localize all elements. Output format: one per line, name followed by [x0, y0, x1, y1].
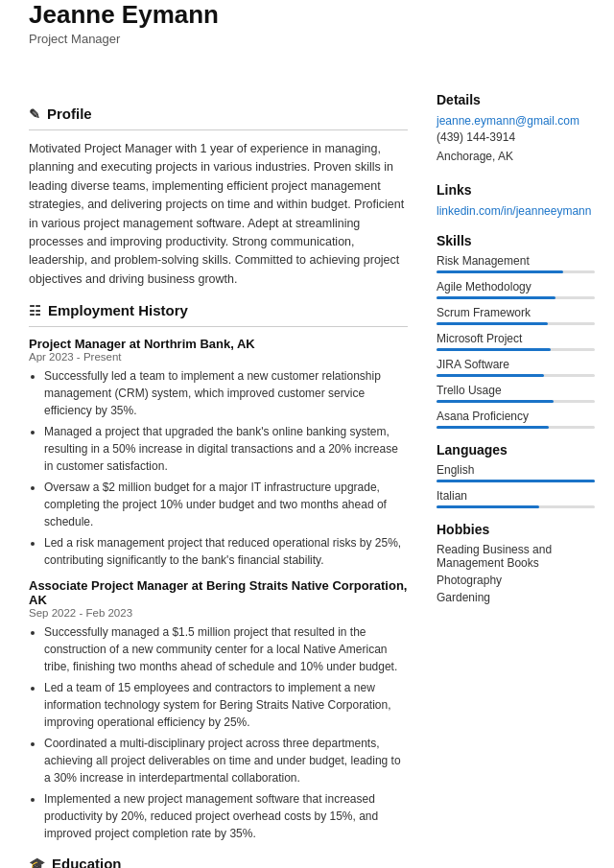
hobby-item: Gardening: [437, 591, 595, 604]
profile-divider: [29, 129, 408, 130]
job-bullets: Successfully managed a $1.5 million proj…: [29, 623, 408, 842]
skill-item: Asana Proficiency: [437, 410, 595, 429]
page-body: ✎ Profile Motivated Project Manager with…: [0, 63, 614, 868]
education-section-title: 🎓 Education: [29, 856, 408, 868]
skills-list: Risk Management Agile Methodology Scrum …: [437, 254, 595, 429]
education-label: Education: [52, 856, 122, 868]
profile-icon: ✎: [29, 106, 40, 122]
skill-label: Risk Management: [437, 254, 595, 268]
skill-bar-fill: [437, 348, 551, 351]
language-item: Italian: [437, 489, 595, 508]
skill-item: Microsoft Project: [437, 332, 595, 351]
job-title: Associate Project Manager at Bering Stra…: [29, 578, 408, 607]
email-link[interactable]: jeanne.eymann@gmail.com: [437, 114, 579, 128]
skill-bar-bg: [437, 270, 595, 273]
employment-section-title: ☷ Employment History: [29, 302, 408, 318]
hobbies-title: Hobbies: [437, 522, 595, 537]
skill-bar-fill: [437, 296, 555, 299]
bullet-item: Led a risk management project that reduc…: [44, 534, 408, 569]
hobby-item: Photography: [437, 574, 595, 587]
language-bar-bg: [437, 480, 595, 482]
profile-text: Motivated Project Manager with 1 year of…: [29, 140, 408, 289]
language-bar-fill: [437, 480, 595, 482]
language-bar-fill: [437, 505, 539, 508]
job-date: Sep 2022 - Feb 2023: [29, 607, 408, 619]
skill-bar-bg: [437, 322, 595, 325]
bullet-item: Successfully managed a $1.5 million proj…: [44, 623, 408, 675]
skill-bar-fill: [437, 400, 554, 403]
phone-text: (439) 144-3914: [437, 128, 595, 147]
links-title: Links: [437, 182, 595, 198]
skill-bar-bg: [437, 296, 595, 299]
languages-list: English Italian: [437, 463, 595, 508]
job-entry: Project Manager at Northrim Bank, AK Apr…: [29, 337, 408, 569]
location-text: Anchorage, AK: [437, 147, 595, 166]
hobby-item: Reading Business and Management Books: [437, 543, 595, 570]
employment-label: Employment History: [48, 302, 188, 318]
skill-bar-fill: [437, 374, 544, 377]
job-title: Project Manager at Northrim Bank, AK: [29, 337, 408, 351]
skill-item: Scrum Framework: [437, 306, 595, 325]
right-column: Details jeanne.eymann@gmail.com (439) 14…: [427, 92, 614, 868]
job-date: Apr 2023 - Present: [29, 351, 408, 363]
skill-bar-fill: [437, 322, 548, 325]
profile-label: Profile: [47, 106, 92, 122]
skill-bar-bg: [437, 374, 595, 377]
bullet-item: Led a team of 15 employees and contracto…: [44, 679, 408, 731]
bullet-item: Managed a project that upgraded the bank…: [44, 423, 408, 475]
linkedin-link[interactable]: linkedin.com/in/jeanneeymann: [437, 204, 591, 218]
skill-bar-bg: [437, 348, 595, 351]
skill-bar-fill: [437, 270, 563, 273]
skill-bar-fill: [437, 426, 549, 429]
language-bar-bg: [437, 505, 595, 508]
language-label: English: [437, 463, 595, 477]
bullet-item: Implemented a new project management sof…: [44, 790, 408, 842]
skills-title: Skills: [437, 233, 595, 248]
language-label: Italian: [437, 489, 595, 503]
education-icon: 🎓: [29, 856, 45, 869]
bullet-item: Successfully led a team to implement a n…: [44, 367, 408, 419]
skill-label: Asana Proficiency: [437, 410, 595, 423]
skill-item: Agile Methodology: [437, 280, 595, 299]
employment-icon: ☷: [29, 303, 41, 318]
language-item: English: [437, 463, 595, 482]
skill-bar-bg: [437, 400, 595, 403]
languages-title: Languages: [437, 442, 595, 457]
skill-label: Microsoft Project: [437, 332, 595, 345]
skill-bar-bg: [437, 426, 595, 429]
job-title-header: Project Manager: [29, 32, 595, 46]
skill-item: JIRA Software: [437, 358, 595, 377]
job-bullets: Successfully led a team to implement a n…: [29, 367, 408, 569]
skill-label: JIRA Software: [437, 358, 595, 371]
bullet-item: Oversaw a $2 million budget for a major …: [44, 479, 408, 530]
skill-label: Trello Usage: [437, 384, 595, 397]
details-title: Details: [437, 92, 595, 107]
job-entry: Associate Project Manager at Bering Stra…: [29, 578, 408, 842]
bullet-item: Coordinated a multi-disciplinary project…: [44, 735, 408, 786]
skill-label: Agile Methodology: [437, 280, 595, 293]
skill-item: Risk Management: [437, 254, 595, 273]
left-column: ✎ Profile Motivated Project Manager with…: [0, 92, 427, 868]
hobbies-list: Reading Business and Management BooksPho…: [437, 543, 595, 604]
header: Jeanne Eymann Project Manager: [0, 0, 614, 63]
profile-section-title: ✎ Profile: [29, 106, 408, 122]
skill-item: Trello Usage: [437, 384, 595, 403]
skill-label: Scrum Framework: [437, 306, 595, 319]
full-name: Jeanne Eymann: [29, 0, 595, 30]
employment-divider: [29, 326, 408, 327]
jobs-list: Project Manager at Northrim Bank, AK Apr…: [29, 337, 408, 842]
